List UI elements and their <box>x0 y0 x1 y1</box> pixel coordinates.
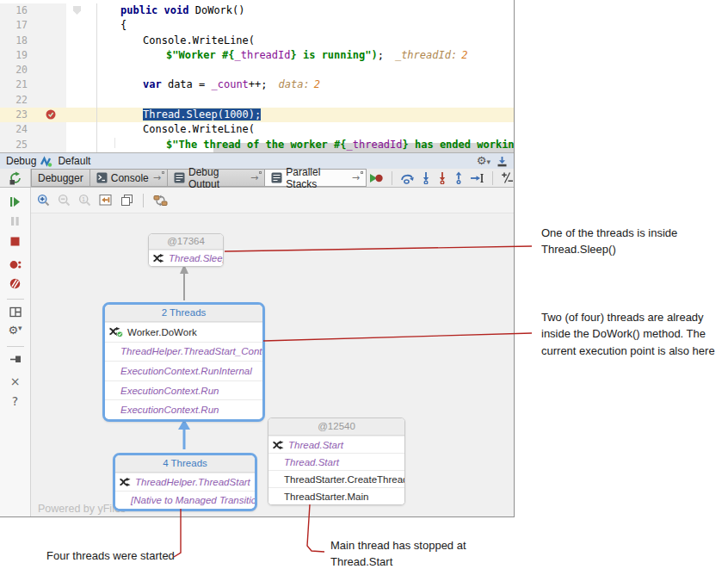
tab-label: Console <box>111 172 149 184</box>
stack-frame-label: Worker.DoWork <box>127 327 197 337</box>
stack-frame[interactable]: Thread.Start <box>268 453 404 470</box>
rerun-button[interactable] <box>9 171 22 185</box>
stack-group-title: @17364 <box>149 234 223 250</box>
line-number[interactable]: 17 <box>0 18 28 33</box>
zoom-out-button[interactable] <box>58 194 71 207</box>
gutter-breakpoint-slot[interactable] <box>28 138 66 152</box>
stacks-graph[interactable]: Powered by yFiles @17364Thread.Sleep2 Th… <box>31 213 514 516</box>
debug-toolwindow-header: Debug Default ⚙▾ <box>0 152 514 169</box>
fold-marker-icon[interactable] <box>73 6 81 15</box>
stack-frame[interactable]: Thread.Start <box>268 436 404 453</box>
line-number[interactable]: 22 <box>0 93 28 108</box>
float-tab-icon: → <box>352 172 360 183</box>
tab-debug-output[interactable]: Debug Output→ <box>168 169 265 187</box>
code-editor[interactable]: 16public void DoWork()17{18Console.Write… <box>0 0 514 152</box>
step-over-button[interactable] <box>400 171 415 184</box>
stack-group-t17364[interactable]: @17364Thread.Sleep <box>148 233 224 267</box>
stack-group-g4[interactable]: 4 ThreadsThreadHelper.ThreadStart[Native… <box>113 453 257 511</box>
code-line-16: 16public void DoWork() <box>0 3 514 18</box>
help-button[interactable]: ? <box>0 394 30 408</box>
line-number[interactable]: 19 <box>0 48 28 63</box>
refresh-diagram-button[interactable] <box>153 194 168 207</box>
float-tab-icon: → <box>153 172 161 183</box>
close-button[interactable]: × <box>0 374 30 388</box>
threads-execution-icon <box>109 327 123 337</box>
actual-size-button[interactable]: 1 <box>78 194 91 207</box>
stack-frame-label: Thread.Sleep <box>169 253 224 263</box>
tab-debugger[interactable]: Debugger <box>31 169 90 187</box>
stack-frame[interactable]: ExecutionContext.RunInternal <box>105 361 262 380</box>
stack-frame[interactable]: Worker.DoWork <box>105 322 262 342</box>
pin-tab-button[interactable] <box>0 355 30 363</box>
gutter-breakpoint-slot[interactable] <box>28 77 66 92</box>
tab-label: Debugger <box>38 172 83 184</box>
hide-toolwindow-button[interactable] <box>497 156 508 167</box>
gutter-breakpoint-slot[interactable] <box>28 34 66 48</box>
stack-frame[interactable]: ExecutionContext.Run <box>105 380 262 400</box>
breakpoint-verified-icon[interactable] <box>46 109 56 120</box>
code-line-25: 25$"The thread of the worker #{_threadId… <box>0 138 514 152</box>
gutter-fold-slot <box>66 93 97 108</box>
code-line-19: 19$"Worker #{_threadId} is running");_th… <box>0 48 514 63</box>
tab-console[interactable]: Console→ <box>90 169 168 187</box>
mute-breakpoints-button[interactable] <box>0 278 30 289</box>
gutter-fold-slot <box>66 138 97 152</box>
gutter-breakpoint-slot[interactable] <box>28 3 66 18</box>
code-lines: 16public void DoWork()17{18Console.Write… <box>0 3 514 152</box>
stack-frame[interactable]: ThreadHelper.ThreadStart_Context <box>105 342 262 362</box>
stack-frame[interactable]: ThreadHelper.ThreadStart <box>115 473 255 491</box>
gutter-breakpoint-slot[interactable] <box>28 63 66 77</box>
stack-frame-label: ExecutionContext.Run <box>120 405 219 415</box>
force-step-into-button[interactable] <box>437 171 447 184</box>
line-number[interactable]: 20 <box>0 63 28 77</box>
show-execution-point-button[interactable] <box>369 172 384 184</box>
line-number[interactable]: 21 <box>0 77 28 92</box>
tab-label: Debug Output <box>188 166 246 190</box>
settings-button[interactable]: ⚙▾ <box>0 325 30 336</box>
pause-button[interactable] <box>0 216 30 226</box>
line-number[interactable]: 18 <box>0 34 28 48</box>
console-tab-icon <box>96 172 108 183</box>
output-tab-icon <box>271 172 282 183</box>
stack-frame[interactable]: ThreadStarter.CreateThreads <box>268 470 404 487</box>
copy-diagram-button[interactable] <box>120 194 133 207</box>
step-out-button[interactable] <box>453 171 464 184</box>
stack-group-t12540[interactable]: @12540Thread.StartThread.StartThreadStar… <box>268 417 405 505</box>
stack-frame[interactable]: [Native to Managed Transition] <box>115 491 255 509</box>
gutter-breakpoint-slot[interactable] <box>28 108 66 122</box>
gutter-breakpoint-slot[interactable] <box>28 18 66 33</box>
run-to-cursor-button[interactable] <box>470 172 484 184</box>
line-number[interactable]: 16 <box>0 3 28 18</box>
toolwindow-settings-button[interactable]: ⚙▾ <box>477 155 490 167</box>
view-breakpoints-button[interactable] <box>0 259 30 270</box>
gutter-breakpoint-slot[interactable] <box>28 48 66 63</box>
code-line-18: 18Console.WriteLine( <box>0 34 514 48</box>
gear-icon: ⚙ <box>477 154 487 167</box>
fit-content-button[interactable] <box>99 194 113 207</box>
line-number[interactable]: 23 <box>0 108 28 122</box>
float-tab-icon: → <box>250 172 258 183</box>
stack-group-title: 2 Threads <box>105 305 262 322</box>
output-tab-icon <box>174 172 185 183</box>
stop-button[interactable] <box>0 237 30 246</box>
stack-frame[interactable]: ExecutionContext.Run <box>105 399 262 419</box>
line-number[interactable]: 25 <box>0 138 28 152</box>
code-text: Thread.Sleep(1000); <box>97 108 514 122</box>
zoom-in-button[interactable] <box>37 194 50 207</box>
stack-frame[interactable]: Thread.Sleep <box>149 250 223 266</box>
step-into-button[interactable] <box>421 171 431 184</box>
evaluate-expression-button[interactable] <box>501 171 514 184</box>
stack-group-g2[interactable]: 2 ThreadsWorker.DoWorkThreadHelper.Threa… <box>102 302 265 422</box>
stack-frame-label: Thread.Start <box>288 440 343 450</box>
gutter-fold-slot <box>66 34 97 48</box>
annotation-thread-sleep: One of the threads is inside Thread.Slee… <box>541 225 728 258</box>
tab-parallel-stacks[interactable]: Parallel Stacks→ <box>265 169 367 187</box>
resume-button[interactable] <box>0 196 30 207</box>
ide-window: 16public void DoWork()17{18Console.Write… <box>0 0 515 517</box>
stack-frame[interactable]: ThreadStarter.Main <box>268 487 404 504</box>
line-number[interactable]: 24 <box>0 122 28 137</box>
gutter-breakpoint-slot[interactable] <box>28 122 66 137</box>
gutter-fold-slot <box>66 3 97 18</box>
gutter-breakpoint-slot[interactable] <box>28 93 66 108</box>
restore-layout-button[interactable] <box>0 306 30 318</box>
